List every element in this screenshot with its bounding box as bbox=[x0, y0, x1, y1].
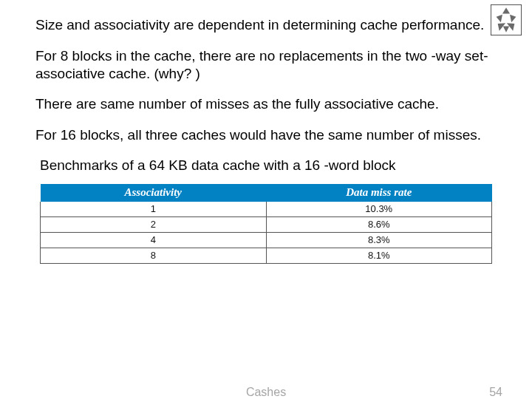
table-row: 4 8.3% bbox=[41, 232, 492, 248]
cell-rate: 10.3% bbox=[266, 202, 492, 217]
col-associativity: Associativity bbox=[41, 184, 267, 202]
table-header-row: Associativity Data miss rate bbox=[41, 184, 492, 202]
cell-rate: 8.3% bbox=[266, 232, 492, 248]
cell-assoc: 4 bbox=[41, 232, 267, 248]
footer-title: Cashes bbox=[0, 386, 532, 399]
col-miss-rate: Data miss rate bbox=[266, 184, 492, 202]
slide: Size and associativity are dependent in … bbox=[0, 0, 532, 399]
paragraph-same-misses: There are same number of misses as the f… bbox=[35, 95, 497, 113]
cell-assoc: 2 bbox=[41, 216, 267, 232]
paragraph-16-blocks: For 16 blocks, all three caches would ha… bbox=[35, 126, 497, 144]
table-row: 2 8.6% bbox=[41, 216, 492, 232]
technion-logo bbox=[491, 4, 522, 35]
page-number: 54 bbox=[489, 386, 502, 399]
paragraph-intro: Size and associativity are dependent in … bbox=[35, 16, 497, 34]
table-row: 8 8.1% bbox=[41, 248, 492, 263]
cell-assoc: 8 bbox=[41, 248, 267, 263]
cell-rate: 8.6% bbox=[266, 216, 492, 232]
paragraph-8-blocks: For 8 blocks in the cache, there are no … bbox=[35, 47, 497, 83]
cell-assoc: 1 bbox=[41, 202, 267, 217]
benchmark-table: Associativity Data miss rate 1 10.3% 2 8… bbox=[40, 184, 492, 264]
cell-rate: 8.1% bbox=[266, 248, 492, 263]
table-row: 1 10.3% bbox=[41, 202, 492, 217]
benchmark-caption: Benchmarks of a 64 KB data cache with a … bbox=[40, 157, 497, 174]
